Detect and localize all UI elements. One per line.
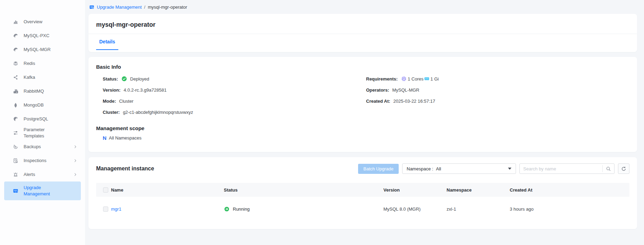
sidebar-item-label: Alerts bbox=[24, 171, 35, 178]
cpu-icon bbox=[401, 76, 407, 82]
sidebar-item-label: Overview bbox=[24, 19, 42, 25]
basic-info-title: Basic Info bbox=[96, 64, 629, 70]
sidebar-item-rabbitmq[interactable]: RabbitMQ bbox=[4, 84, 81, 98]
kafka-icon bbox=[13, 75, 18, 80]
main-content: Upgrade Management / mysql-mgr-operator … bbox=[85, 0, 644, 245]
sidebar-item-mysql-mgr[interactable]: MySQL-MGR bbox=[4, 43, 81, 57]
mysql-icon bbox=[13, 47, 18, 52]
column-header-version: Version bbox=[383, 187, 447, 193]
sidebar-item-overview[interactable]: Overview bbox=[4, 15, 81, 29]
requirements-cpu-value: 1 Cores bbox=[408, 76, 424, 82]
rabbitmq-icon bbox=[13, 88, 18, 94]
table-row: mgr1 Running MySQL 8.0 (MGR) zxl-1 3 hou… bbox=[96, 197, 629, 221]
mode-value: Cluster bbox=[119, 99, 133, 104]
sidebar-item-kafka[interactable]: Kafka bbox=[4, 70, 81, 84]
sidebar-item-label: Upgrade Management bbox=[24, 185, 62, 197]
chevron-right-icon bbox=[73, 172, 77, 177]
status-field: Status: Deployed bbox=[103, 73, 366, 84]
cluster-value: g2-c1-abcdefghijklmnopqrstuvwxyz bbox=[123, 110, 193, 115]
mysql-icon bbox=[13, 33, 18, 39]
batch-upgrade-button[interactable]: Batch Upgrade bbox=[358, 164, 399, 174]
instance-status-text: Running bbox=[233, 206, 249, 212]
toolbar-controls: Batch Upgrade Namespace : All bbox=[358, 163, 629, 174]
sidebar-item-mongodb[interactable]: MongoDB bbox=[4, 98, 81, 112]
tab-details[interactable]: Details bbox=[96, 34, 118, 50]
column-header-created-at: Created At bbox=[510, 187, 629, 193]
select-all-checkbox[interactable] bbox=[103, 187, 108, 193]
title-card: mysql-mgr-operator Details bbox=[88, 14, 637, 52]
table-header-cell bbox=[96, 187, 111, 193]
inspections-icon bbox=[13, 158, 18, 163]
requirements-label: Requirements: bbox=[366, 76, 398, 82]
instance-status-cell: Running bbox=[224, 206, 383, 212]
overview-icon bbox=[13, 19, 18, 25]
management-instance-title: Management instance bbox=[96, 166, 358, 172]
requirements-field: Requirements: 1 Cores 1 Gi bbox=[366, 73, 629, 84]
requirements-memory-value: 1 Gi bbox=[431, 76, 439, 82]
app-root: Overview MySQL-PXC MySQL-MGR Redis Kafka bbox=[0, 0, 644, 245]
basic-info-grid: Status: Deployed Version: 4.0.2-rc.3.g9a… bbox=[96, 73, 629, 118]
management-scope-row: N All Namespaces bbox=[96, 135, 629, 141]
chevron-right-icon bbox=[73, 159, 77, 163]
chevron-right-icon bbox=[73, 145, 77, 149]
postgresql-icon bbox=[13, 116, 18, 122]
sidebar-item-label: Backups bbox=[24, 144, 41, 150]
basic-info-right-column: Requirements: 1 Cores 1 Gi Operators: My… bbox=[366, 73, 629, 118]
sidebar-item-upgrade-management[interactable]: Upgrade Management bbox=[4, 181, 81, 200]
refresh-button[interactable] bbox=[618, 163, 629, 174]
table-toolbar: Management instance Batch Upgrade Namesp… bbox=[96, 163, 629, 174]
namespace-scope-value: All Namespaces bbox=[109, 135, 142, 141]
sidebar-item-redis[interactable]: Redis bbox=[4, 57, 81, 70]
sidebar-item-label: Kafka bbox=[24, 74, 35, 81]
operators-field: Operators: MySQL-MGR bbox=[366, 84, 629, 95]
instance-name-link[interactable]: mgr1 bbox=[111, 206, 121, 212]
status-value: Deployed bbox=[121, 76, 149, 82]
instance-created-at-cell: 3 hours ago bbox=[510, 206, 629, 212]
search-box bbox=[519, 163, 615, 174]
backups-icon bbox=[13, 144, 18, 150]
cluster-label: Cluster: bbox=[103, 110, 120, 115]
column-header-namespace: Namespace bbox=[447, 187, 510, 193]
column-header-name: Name bbox=[111, 187, 224, 193]
sidebar-item-label: PostgreSQL bbox=[24, 116, 48, 122]
sidebar-item-parameter-templates[interactable]: Parameter Templates bbox=[4, 126, 81, 140]
sidebar-item-backups[interactable]: Backups bbox=[4, 140, 81, 154]
search-icon[interactable] bbox=[602, 165, 614, 172]
table-header-row: Name Status Version Namespace Created At bbox=[96, 183, 629, 197]
sidebar-item-postgresql[interactable]: PostgreSQL bbox=[4, 112, 81, 126]
row-checkbox[interactable] bbox=[103, 206, 108, 212]
breadcrumb-link[interactable]: Upgrade Management bbox=[97, 5, 142, 10]
namespace-filter-label: Namespace : bbox=[407, 166, 433, 171]
parameter-templates-icon bbox=[13, 130, 18, 136]
sidebar-item-mysql-pxc[interactable]: MySQL-PXC bbox=[4, 29, 81, 43]
page-title: mysql-mgr-operator bbox=[88, 14, 637, 34]
breadcrumb-current: mysql-mgr-operator bbox=[148, 5, 187, 10]
namespace-filter-select[interactable]: Namespace : All bbox=[402, 163, 516, 174]
upgrade-management-icon bbox=[89, 5, 94, 10]
refresh-icon bbox=[621, 166, 626, 171]
sidebar-item-label: Inspections bbox=[24, 158, 46, 164]
instance-namespace-cell: zxl-1 bbox=[447, 206, 510, 212]
version-label: Version: bbox=[103, 87, 120, 93]
basic-info-left-column: Status: Deployed Version: 4.0.2-rc.3.g9a… bbox=[103, 73, 366, 118]
sidebar-item-alerts[interactable]: Alerts bbox=[4, 168, 81, 181]
sidebar-item-inspections[interactable]: Inspections bbox=[4, 154, 81, 168]
sidebar-item-label: Redis bbox=[24, 60, 35, 67]
mode-field: Mode: Cluster bbox=[103, 95, 366, 107]
memory-icon bbox=[424, 76, 430, 82]
operators-label: Operators: bbox=[366, 87, 389, 93]
tab-bar: Details bbox=[88, 34, 637, 50]
alerts-icon bbox=[13, 172, 18, 177]
table-cell bbox=[96, 206, 111, 212]
sidebar: Overview MySQL-PXC MySQL-MGR Redis Kafka bbox=[0, 0, 85, 245]
sidebar-item-label: Parameter Templates bbox=[24, 127, 62, 139]
basic-info-card: Basic Info Status: Deployed Version: bbox=[88, 57, 637, 152]
breadcrumb: Upgrade Management / mysql-mgr-operator bbox=[88, 0, 637, 14]
breadcrumb-separator: / bbox=[144, 5, 145, 10]
status-label: Status: bbox=[103, 76, 118, 82]
search-input[interactable] bbox=[520, 164, 602, 174]
mongodb-icon bbox=[13, 102, 18, 108]
column-header-status: Status bbox=[224, 187, 383, 193]
operators-value: MySQL-MGR bbox=[392, 87, 419, 93]
redis-icon bbox=[13, 61, 18, 66]
